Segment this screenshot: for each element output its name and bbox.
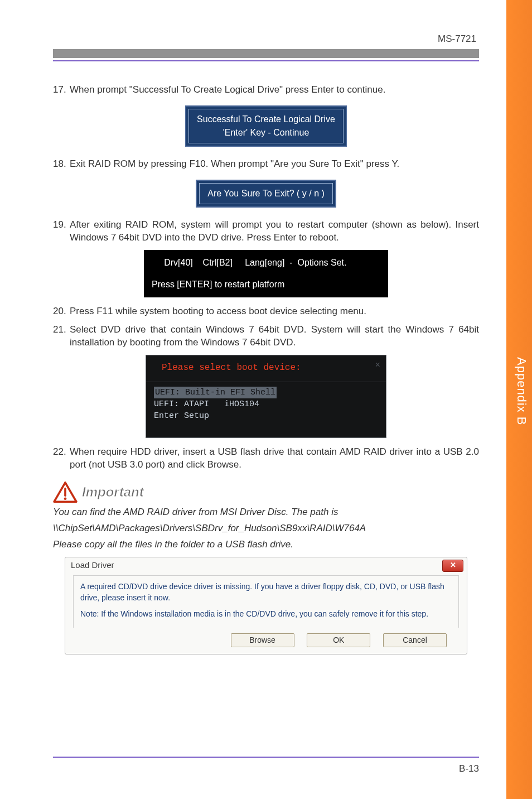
boot-device-wrap: Please select boot device: × UEFI: Built… <box>53 355 479 439</box>
boot-item-selected-label: UEFI: Built-in EFI Shell <box>154 387 277 398</box>
dialog-success: Successful To Create Logical Drive 'Ente… <box>185 105 347 147</box>
boot-list: UEFI: Built-in EFI Shell UEFI: ATAPI iHO… <box>146 382 386 437</box>
dialog-success-inner: Successful To Create Logical Drive 'Ente… <box>188 109 344 143</box>
svg-point-2 <box>64 498 67 500</box>
dialog-exit-text: Are You Sure To Exit? ( y / n ) <box>207 189 325 198</box>
terminal-line2: Press [ENTER] to restart platform <box>152 277 380 292</box>
terminal-wrap: Drv[40] Ctrl[B2] Lang[eng] - Options Set… <box>53 250 479 297</box>
step-18: 18. Exit RAID ROM by pressing F10. When … <box>53 158 479 171</box>
header-underline <box>53 60 479 61</box>
load-driver-header: Load Driver ✕ <box>65 557 467 572</box>
important-note-2: \\ChipSet\AMD\Packages\Drivers\SBDrv_for… <box>53 522 479 535</box>
load-driver-text-2: Note: If the Windows installation media … <box>80 609 452 620</box>
dialog-exit-wrap: Are You Sure To Exit? ( y / n ) <box>53 176 479 211</box>
load-driver-dialog: Load Driver ✕ A required CD/DVD drive de… <box>65 557 467 654</box>
ok-button[interactable]: OK <box>307 633 370 647</box>
cancel-button[interactable]: Cancel <box>383 633 447 647</box>
boot-title: Please select boot device: <box>162 363 301 373</box>
dialog-line2: 'Enter' Key - Continue <box>197 126 335 139</box>
model-number: MS-7721 <box>53 33 479 49</box>
warning-icon <box>53 482 78 503</box>
close-icon[interactable]: × <box>375 360 380 372</box>
header-gray-bar <box>53 49 479 58</box>
load-driver-text-1: A required CD/DVD drive device driver is… <box>80 581 452 603</box>
boot-item-efi-shell[interactable]: UEFI: Built-in EFI Shell <box>154 387 378 398</box>
side-tab: Appendix B <box>506 0 532 799</box>
step-text: When prompt "Successful To Create Logica… <box>70 84 479 97</box>
boot-item-atapi[interactable]: UEFI: ATAPI iHOS104 <box>154 398 378 410</box>
important-label: Important <box>82 483 144 501</box>
step-number: 20. <box>53 305 70 318</box>
step-text: After exiting RAID ROM, system will prom… <box>70 219 479 244</box>
page: MS-7721 17. When prompt "Successful To C… <box>0 0 532 799</box>
page-header: MS-7721 <box>53 33 479 61</box>
step-21: 21. Select DVD drive that contain Window… <box>53 324 479 349</box>
boot-device-dialog: Please select boot device: × UEFI: Built… <box>146 355 386 439</box>
step-22: 22. When require HDD driver, insert a US… <box>53 446 479 471</box>
step-number: 21. <box>53 324 70 349</box>
step-17: 17. When prompt "Successful To Create Lo… <box>53 84 479 97</box>
step-number: 22. <box>53 446 70 471</box>
boot-item-enter-setup[interactable]: Enter Setup <box>154 410 378 422</box>
side-tab-label: Appendix B <box>514 357 529 426</box>
terminal-line1: Drv[40] Ctrl[B2] Lang[eng] - Options Set… <box>152 256 380 270</box>
page-number: B-13 <box>53 763 479 774</box>
step-text: Press F11 while system booting to access… <box>70 305 479 318</box>
step-19: 19. After exiting RAID ROM, system will … <box>53 219 479 244</box>
step-number: 19. <box>53 219 70 244</box>
dialog-success-wrap: Successful To Create Logical Drive 'Ente… <box>53 102 479 150</box>
content-body: 17. When prompt "Successful To Create Lo… <box>53 84 479 654</box>
footer-underline <box>53 757 479 758</box>
spacer <box>152 269 380 277</box>
dialog-line1: Successful To Create Logical Drive <box>197 113 335 126</box>
step-text: Exit RAID ROM by pressing F10. When prom… <box>70 158 479 171</box>
load-driver-body: A required CD/DVD drive device driver is… <box>73 575 459 628</box>
step-number: 17. <box>53 84 70 97</box>
boot-title-bar: Please select boot device: × <box>146 355 386 383</box>
step-number: 18. <box>53 158 70 171</box>
step-20: 20. Press F11 while system booting to ac… <box>53 305 479 318</box>
load-driver-buttons: Browse OK Cancel <box>65 633 467 647</box>
step-text: When require HDD driver, insert a USB fl… <box>70 446 479 471</box>
terminal-restart: Drv[40] Ctrl[B2] Lang[eng] - Options Set… <box>144 250 388 297</box>
step-text: Select DVD drive that contain Windows 7 … <box>70 324 479 349</box>
dialog-exit-inner: Are You Sure To Exit? ( y / n ) <box>199 183 333 204</box>
load-driver-title: Load Driver <box>71 560 114 571</box>
dialog-exit: Are You Sure To Exit? ( y / n ) <box>196 180 336 208</box>
spacer <box>80 603 452 609</box>
important-note-1: You can find the AMD RAID driver from MS… <box>53 506 479 519</box>
important-note-3: Please copy all the files in the folder … <box>53 538 479 551</box>
important-heading: Important <box>53 482 479 503</box>
page-footer: B-13 <box>53 757 479 774</box>
browse-button[interactable]: Browse <box>231 633 294 647</box>
close-button[interactable]: ✕ <box>442 560 463 572</box>
